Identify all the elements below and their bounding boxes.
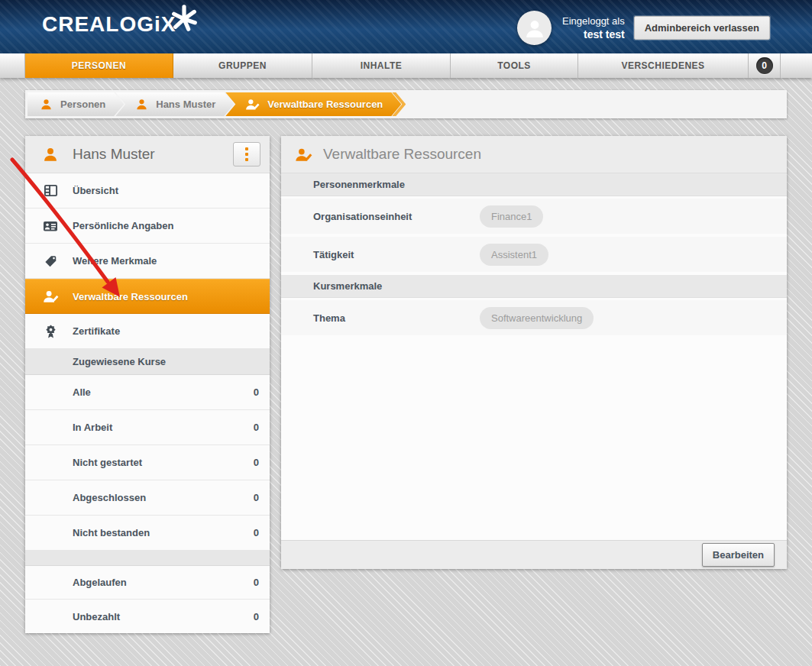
notification-badge-tab[interactable]: 0: [749, 53, 781, 78]
tab-gruppen[interactable]: GRUPPEN: [173, 53, 312, 78]
main-footer-bar: Bearbeiten: [281, 540, 787, 569]
section-header-kursmerkmale: Kursmerkmale: [281, 275, 787, 298]
breadcrumb: Personen Hans Muster Verwaltbare Ressour…: [25, 90, 787, 118]
breadcrumb-label: Personen: [60, 99, 105, 110]
certificate-icon: [42, 324, 59, 339]
person-icon: [40, 98, 53, 111]
logo-text: CREALOGiX: [42, 12, 176, 36]
user-avatar: [517, 11, 552, 45]
login-info: Eingeloggt als test test: [562, 15, 625, 40]
sidebar-filter-alle[interactable]: Alle 0: [25, 375, 270, 410]
row-organisationseinheit: Organisationseinheit Finance1: [281, 199, 787, 234]
sidebar-item-persoenliche-angaben[interactable]: Persönliche Angaben: [25, 209, 270, 244]
content-area: Hans Muster Übersicht: [25, 136, 787, 633]
sidebar-item-uebersicht[interactable]: Übersicht: [25, 173, 270, 209]
nav-filler-right: [781, 53, 812, 78]
app-header: CREALOGiX Eingeloggt als test test: [0, 0, 812, 53]
tab-tools[interactable]: TOOLS: [451, 53, 578, 78]
count-badge: 0: [254, 457, 259, 468]
count-badge: 0: [254, 492, 259, 503]
page-title: Verwaltbare Ressourcen: [323, 146, 481, 163]
sidebar-filter-nicht-gestartet[interactable]: Nicht gestartet 0: [25, 445, 270, 480]
sidebar-item-zertifikate[interactable]: Zertifikate: [25, 314, 270, 349]
edit-button[interactable]: Bearbeiten: [702, 543, 775, 567]
sidebar-item-verwaltbare-ressourcen[interactable]: Verwaltbare Ressourcen: [25, 279, 270, 314]
logo-star-icon: [170, 3, 199, 32]
sidebar-header: Hans Muster: [25, 136, 270, 173]
main-panel-header: Verwaltbare Ressourcen: [281, 136, 787, 173]
breadcrumb-hans-muster[interactable]: Hans Muster: [115, 92, 234, 116]
sidebar-filter-abgelaufen[interactable]: Abgelaufen 0: [25, 566, 270, 600]
breadcrumb-verwaltbare-ressourcen[interactable]: Verwaltbare Ressourcen: [225, 92, 401, 116]
main-panel: Verwaltbare Ressourcen Personenmerkmale …: [281, 136, 787, 569]
kebab-menu-icon[interactable]: [233, 142, 260, 166]
sidebar-item-label: Zertifikate: [73, 325, 120, 337]
sidebar-filter-unbezahlt[interactable]: Unbezahlt 0: [25, 600, 270, 633]
sidebar-item-label: Weitere Merkmale: [73, 255, 157, 267]
row-label: Organisationseinheit: [313, 211, 480, 222]
count-badge: 0: [254, 386, 259, 398]
nav-filler-left: [0, 53, 25, 78]
count-badge: 0: [254, 527, 259, 538]
row-label: Tätigkeit: [313, 249, 480, 260]
tab-personen[interactable]: PERSONEN: [25, 53, 173, 78]
count-badge: 0: [254, 577, 259, 588]
leave-admin-button[interactable]: Adminbereich verlassen: [634, 16, 770, 40]
person-edit-icon: [295, 147, 312, 163]
sidebar-item-weitere-merkmale[interactable]: Weitere Merkmale: [25, 244, 270, 279]
value-pill: Assistent1: [480, 244, 548, 266]
row-label: Thema: [313, 312, 480, 324]
sidebar-section-zugewiesene-kurse: Zugewiesene Kurse: [25, 349, 270, 375]
person-icon: [42, 146, 59, 163]
person-icon: [135, 98, 148, 111]
count-badge: 0: [254, 422, 259, 433]
count-badge: 0: [254, 611, 259, 622]
login-user-name: test test: [562, 28, 625, 40]
main-nav: PERSONEN GRUPPEN INHALTE TOOLS VERSCHIED…: [0, 53, 812, 78]
person-edit-icon: [245, 97, 260, 112]
row-thema: Thema Softwareentwicklung: [281, 300, 787, 335]
row-taetigkeit: Tätigkeit Assistent1: [281, 237, 787, 272]
section-header-personenmerkmale: Personenmerkmale: [281, 173, 787, 196]
sidebar-filter-nicht-bestanden[interactable]: Nicht bestanden 0: [25, 516, 270, 551]
breadcrumb-label: Verwaltbare Ressourcen: [267, 99, 383, 110]
breadcrumb-personen[interactable]: Personen: [27, 92, 124, 116]
crealogix-logo: CREALOGiX: [42, 12, 176, 37]
tab-inhalte[interactable]: INHALTE: [312, 53, 451, 78]
person-sidebar: Hans Muster Übersicht: [25, 136, 270, 633]
sidebar-item-label: Verwaltbare Ressourcen: [73, 291, 188, 302]
tab-verschiedenes[interactable]: VERSCHIEDENES: [578, 53, 749, 78]
badge-count: 0: [756, 57, 773, 74]
value-pill: Softwareentwicklung: [480, 307, 594, 329]
login-label: Eingeloggt als: [562, 15, 625, 27]
sidebar-filter-abgeschlossen[interactable]: Abgeschlossen 0: [25, 480, 270, 516]
id-card-icon: [42, 218, 59, 234]
sidebar-filter-in-arbeit[interactable]: In Arbeit 0: [25, 410, 270, 445]
main-empty-area: [281, 338, 787, 540]
value-pill: Finance1: [480, 205, 543, 228]
overview-grid-icon: [42, 183, 59, 198]
header-user-area: Eingeloggt als test test Adminbereich ve…: [517, 11, 770, 45]
sidebar-item-label: Persönliche Angaben: [73, 220, 173, 231]
person-icon: [523, 17, 546, 40]
person-edit-icon: [42, 289, 59, 304]
breadcrumb-label: Hans Muster: [156, 99, 215, 110]
page: { "header": { "logo_text": "CREALOGiX", …: [0, 0, 812, 666]
sidebar-user-name: Hans Muster: [73, 146, 233, 163]
sidebar-divider: [25, 551, 270, 566]
sidebar-item-label: Übersicht: [73, 185, 118, 196]
tag-icon: [42, 254, 59, 268]
